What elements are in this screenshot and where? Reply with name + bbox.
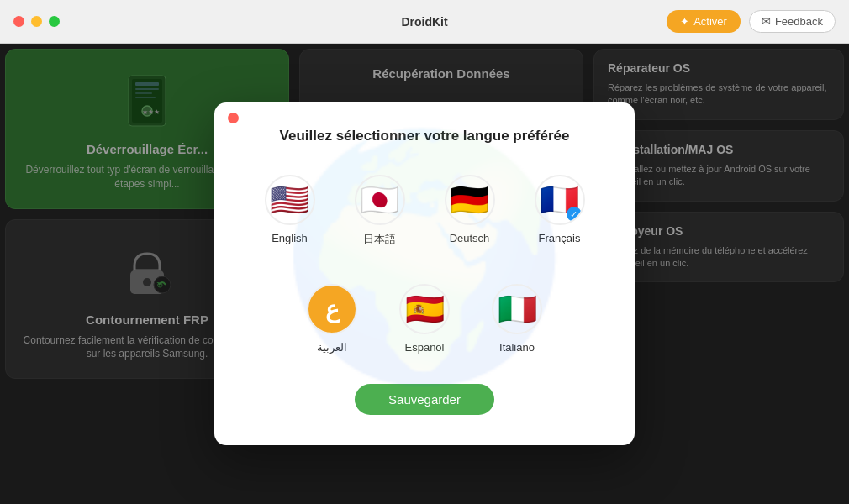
lang-item-german[interactable]: 🇩🇪 Deutsch [428,168,511,254]
flag-french: 🇫🇷 [535,175,585,225]
language-grid-row2: ع العربية 🇪🇸 Español 🇮🇹 Italiano [248,277,601,360]
activate-icon: ✦ [680,15,689,28]
mail-icon: ✉ [762,15,771,28]
lang-name-spanish: Español [405,341,445,354]
lang-name-arabic: العربية [317,341,347,354]
lang-item-french[interactable]: 🇫🇷 Français [518,168,601,254]
activate-label: Activer [693,15,727,28]
lang-item-arabic[interactable]: ع العربية [294,277,370,360]
lang-name-english: English [272,232,308,244]
flag-german: 🇩🇪 [445,175,495,225]
lang-name-french: Français [539,232,581,244]
lang-name-german: Deutsch [450,232,490,244]
language-grid-row1: 🇺🇸 English 🇯🇵 日本語 🇩🇪 Deutsch 🇫🇷 Français [248,168,601,254]
close-button[interactable] [13,16,24,27]
lang-item-english[interactable]: 🇺🇸 English [248,168,331,254]
language-modal: 🌍 Veuillez sélectionner votre langue pré… [214,102,635,445]
lang-name-japanese: 日本語 [363,232,396,247]
lang-item-japanese[interactable]: 🇯🇵 日本語 [338,168,421,254]
app-title: DroidKit [401,15,447,29]
main-content: ★★★ Déverrouillage Écr... Déverrouillez … [0,44,849,504]
flag-japanese: 🇯🇵 [355,175,405,225]
flag-italian: 🇮🇹 [492,284,542,334]
flag-spanish: 🇪🇸 [399,284,450,334]
feedback-label: Feedback [775,15,823,28]
flag-arabic: ع [307,284,357,334]
titlebar: DroidKit ✦ Activer ✉ Feedback [0,0,849,44]
lang-name-italian: Italiano [499,341,535,354]
lang-item-italian[interactable]: 🇮🇹 Italiano [479,277,555,360]
window-controls [13,16,60,27]
modal-close-button[interactable] [228,113,239,123]
maximize-button[interactable] [49,16,60,27]
lang-item-spanish[interactable]: 🇪🇸 Español [387,277,462,360]
activate-button[interactable]: ✦ Activer [667,10,741,33]
modal-title: Veuillez sélectionner votre langue préfé… [248,128,601,144]
modal-overlay[interactable]: 🌍 Veuillez sélectionner votre langue pré… [0,44,849,504]
save-button[interactable]: Sauvegarder [355,384,494,415]
titlebar-actions: ✦ Activer ✉ Feedback [667,10,836,33]
minimize-button[interactable] [31,16,42,27]
flag-english: 🇺🇸 [265,175,315,225]
feedback-button[interactable]: ✉ Feedback [749,10,836,33]
